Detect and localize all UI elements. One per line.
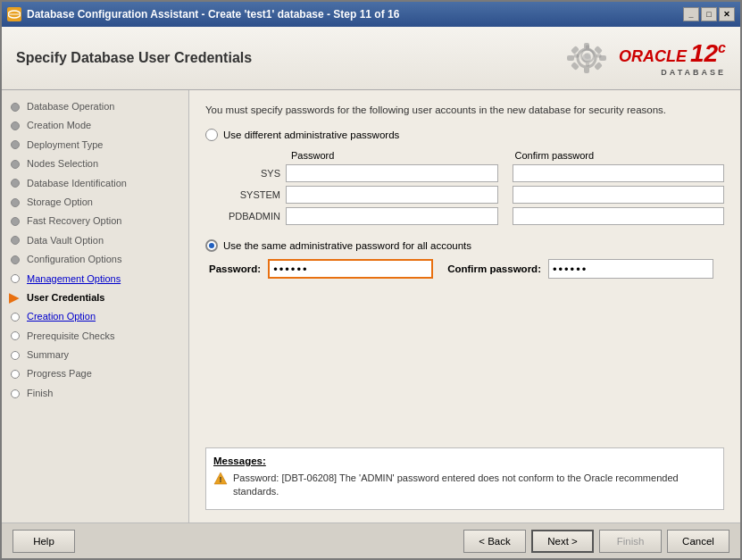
sidebar-bullet-deployment-type (11, 140, 20, 149)
oracle-logo: ORACLE 12c DATABASE (560, 36, 726, 80)
svg-text:!: ! (220, 475, 222, 484)
sidebar-bullet-creation-option (11, 313, 20, 322)
version-suffix: c (718, 40, 726, 55)
instruction-text: You must specify passwords for the follo… (205, 103, 724, 118)
sidebar-bullet-progress-page (11, 370, 20, 379)
sidebar-item-nodes-selection: Nodes Selection (2, 155, 188, 173)
maximize-button[interactable]: □ (701, 7, 717, 21)
password-field-label: Password: (209, 263, 261, 274)
gear-area (560, 36, 613, 80)
sidebar-item-database-identification: Database Identification (2, 174, 188, 193)
app-icon (7, 7, 21, 21)
sidebar-bullet-data-vault-option (11, 236, 20, 245)
content-area: You must specify passwords for the follo… (189, 90, 740, 522)
svg-rect-15 (586, 62, 589, 67)
page-title: Specify Database User Credentials (16, 50, 252, 66)
sidebar-bullet-nodes-selection (11, 160, 20, 169)
sys-confirm-input[interactable] (513, 164, 725, 182)
sidebar-item-configuration-options: Configuration Options (2, 250, 188, 269)
close-button[interactable]: ✕ (719, 7, 735, 21)
sidebar-bullet-database-identification (11, 179, 20, 188)
sidebar-item-deployment-type: Deployment Type (2, 136, 188, 155)
messages-area: Messages: ! Password: [DBT-06208] The 'A… (205, 447, 724, 510)
sidebar-bullet-creation-mode (11, 121, 20, 130)
sys-row: SYS (223, 164, 724, 182)
svg-rect-6 (567, 55, 574, 61)
header: Specify Database User Credentials (2, 27, 740, 90)
sidebar-item-creation-mode: Creation Mode (2, 116, 188, 135)
sidebar-bullet-prerequisite-checks (11, 331, 20, 340)
footer-right: < Back Next > Finish Cancel (463, 530, 729, 553)
gear-icon (560, 36, 613, 80)
same-password-section: Use the same administrative password for… (205, 239, 724, 279)
radio-same-circle[interactable] (205, 239, 218, 252)
database-label: DATABASE (661, 68, 726, 77)
system-password-input[interactable] (286, 186, 498, 204)
svg-rect-16 (574, 54, 579, 57)
radio-different[interactable]: Use different administrative passwords (205, 129, 724, 141)
pdbadmin-row: PDBADMIN (223, 207, 724, 225)
radio-different-circle[interactable] (205, 129, 218, 141)
sidebar-item-user-credentials: ▶ User Credentials (2, 288, 188, 307)
sidebar-item-database-operation: Database Operation (2, 97, 188, 116)
minimize-button[interactable]: _ (683, 7, 699, 21)
sidebar-item-summary: Summary (2, 346, 188, 364)
warning-icon: ! (213, 472, 228, 486)
radio-different-label: Use different administrative passwords (223, 130, 399, 140)
window-controls: _ □ ✕ (683, 7, 735, 21)
svg-rect-17 (596, 54, 602, 57)
main-area: Database Operation Creation Mode Deploym… (2, 90, 740, 522)
sidebar-bullet-database-operation (11, 103, 20, 112)
oracle-label: ORACLE (619, 47, 687, 66)
footer-left: Help (13, 530, 75, 553)
sys-password-input[interactable] (286, 164, 498, 182)
main-window: Database Configuration Assistant - Creat… (0, 0, 742, 560)
sidebar-item-finish: Finish (2, 384, 188, 403)
help-button[interactable]: Help (13, 530, 75, 553)
password-col-header: Password (286, 150, 501, 161)
sidebar-item-prerequisite-checks: Prerequisite Checks (2, 327, 188, 346)
oracle-brand: ORACLE 12c DATABASE (619, 39, 726, 77)
back-button[interactable]: < Back (463, 530, 526, 553)
cancel-button[interactable]: Cancel (667, 530, 729, 553)
sidebar-item-creation-option[interactable]: Creation Option (2, 307, 188, 326)
sidebar: Database Operation Creation Mode Deploym… (2, 90, 189, 522)
spacer (205, 289, 724, 447)
sidebar-item-data-vault-option: Data Vault Option (2, 231, 188, 250)
pdbadmin-password-input[interactable] (286, 207, 498, 225)
message-text: Password: [DBT-06208] The 'ADMIN' passwo… (233, 472, 716, 499)
sidebar-bullet-summary (11, 351, 20, 360)
sys-label: SYS (223, 168, 286, 179)
svg-point-13 (584, 53, 590, 59)
svg-rect-14 (586, 46, 589, 51)
svg-rect-5 (584, 66, 589, 73)
next-button[interactable]: Next > (531, 530, 594, 553)
system-label: SYSTEM (223, 189, 286, 200)
radio-same-label: Use the same administrative password for… (223, 240, 471, 251)
pdbadmin-confirm-input[interactable] (513, 207, 725, 225)
same-password-input[interactable] (268, 259, 433, 279)
radio-same[interactable]: Use the same administrative password for… (205, 239, 724, 252)
window-title: Database Configuration Assistant - Creat… (27, 8, 683, 21)
footer: Help < Back Next > Finish Cancel (2, 522, 740, 558)
sidebar-bullet-fast-recovery-option (11, 217, 20, 226)
current-arrow: ▶ (9, 289, 19, 307)
sidebar-bullet-configuration-options (11, 255, 20, 264)
confirm-field-label: Confirm password: (447, 263, 541, 274)
same-confirm-input[interactable] (548, 259, 713, 279)
message-row: ! Password: [DBT-06208] The 'ADMIN' pass… (213, 472, 716, 499)
sidebar-item-progress-page: Progress Page (2, 364, 188, 383)
sidebar-item-storage-option: Storage Option (2, 193, 188, 212)
messages-label: Messages: (213, 456, 716, 466)
sidebar-item-management-options[interactable]: Management Options (2, 270, 188, 288)
sidebar-item-fast-recovery-option: Fast Recovery Option (2, 212, 188, 230)
system-confirm-input[interactable] (513, 186, 725, 204)
finish-button[interactable]: Finish (599, 530, 662, 553)
version-number: 12c (690, 39, 726, 68)
same-pw-fields-row: Password: Confirm password: (209, 259, 724, 279)
sidebar-bullet-storage-option (11, 198, 20, 207)
pdbadmin-label: PDBADMIN (223, 211, 286, 221)
system-row: SYSTEM (223, 186, 724, 204)
sidebar-bullet-finish (11, 389, 20, 398)
confirm-col-header: Confirm password (501, 150, 725, 161)
